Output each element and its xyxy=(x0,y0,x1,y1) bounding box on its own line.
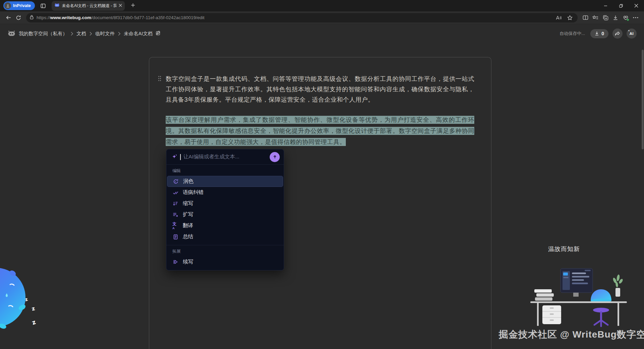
close-button[interactable] xyxy=(629,0,644,11)
browser-essentials-icon[interactable] xyxy=(621,13,631,23)
url-scheme: https:// xyxy=(37,15,50,20)
send-prompt-button[interactable] xyxy=(270,152,280,162)
url-path: /document/8f317db0-5d77-11ef-a35f-0242ac… xyxy=(91,15,205,20)
downloads-icon[interactable] xyxy=(610,13,621,23)
tab-close-icon[interactable] xyxy=(119,4,122,8)
tab-title: 未命名AI文档 - 云文档频道 - 我的 xyxy=(62,3,116,9)
selected-text[interactable]: 该平台深度理解用户需求，集成了数据管理、智能协作、微型化设备等优势，为用户打造安… xyxy=(166,116,474,146)
menu-item-expand[interactable]: 扩写 xyxy=(167,209,283,220)
desk-illustration xyxy=(528,261,629,328)
inprivate-badge[interactable]: InPrivate xyxy=(3,1,35,10)
community-caption: 掘金技术社区 @ WriteBug数字空间 xyxy=(499,328,644,341)
new-tab-button[interactable] xyxy=(129,2,138,9)
share-icon xyxy=(615,31,620,36)
profile-avatar-icon xyxy=(4,2,11,9)
download-count: 0 xyxy=(601,31,604,36)
ai-sparkle-icon xyxy=(171,154,177,160)
editor-area: 数字空间盒子是一款集成代码、文档、问答等管理功能及高级会议、数据分析工具的协同工… xyxy=(0,43,644,349)
favorites-bar-icon[interactable] xyxy=(590,13,600,23)
double-check-icon xyxy=(172,190,178,196)
polish-icon xyxy=(173,179,179,185)
svg-text:z: z xyxy=(31,305,36,312)
rename-pencil-icon[interactable] xyxy=(156,31,161,37)
essentials-status-dot xyxy=(627,18,629,21)
lock-icon[interactable] xyxy=(30,15,34,21)
paragraph-drag-handle-icon[interactable] xyxy=(158,76,162,83)
download-icon xyxy=(595,31,599,36)
share-button[interactable] xyxy=(612,29,623,39)
ai-edit-popup: 让AI编辑或者生成文本... 编辑 润色 语病纠错 xyxy=(166,149,284,270)
space-robot-icon[interactable] xyxy=(7,30,16,38)
favorite-star-icon[interactable] xyxy=(566,13,574,22)
menu-item-summarize[interactable]: 总结 xyxy=(167,231,283,242)
shorten-icon xyxy=(172,201,178,207)
breadcrumb: 我的数字空间（私有） 文档 临时文件 未命名AI文档 xyxy=(7,30,161,38)
active-tab[interactable]: 未命名AI文档 - 云文档频道 - 我的 xyxy=(52,1,125,11)
expand-icon xyxy=(172,212,178,218)
chevron-right-icon xyxy=(118,32,121,36)
collections-icon[interactable] xyxy=(600,13,610,23)
menu-item-grammar-fix[interactable]: 语病纠错 xyxy=(167,187,283,198)
breadcrumb-item-current-doc[interactable]: 未命名AI文档 xyxy=(124,31,153,37)
ai-assistant-button[interactable]: ✦ AI xyxy=(627,29,637,39)
svg-text:z: z xyxy=(31,318,37,326)
site-header: 我的数字空间（私有） 文档 临时文件 未命名AI文档 自动保存中... 0 ✦ … xyxy=(0,24,644,43)
menu-item-polish[interactable]: 润色 xyxy=(167,176,283,187)
sleeping-mascot: z z z xyxy=(0,267,50,334)
browser-toolbar: https://www.writebug.com/document/8f317d… xyxy=(0,11,644,24)
summary-doc-icon xyxy=(172,234,178,240)
ai-button-label: AI xyxy=(630,32,634,36)
read-aloud-icon[interactable] xyxy=(554,13,563,22)
browser-window: InPrivate 未命名AI文档 - 云文档频道 - 我的 xyxy=(0,0,644,349)
ai-prompt-input[interactable]: 让AI编辑或者生成文本... xyxy=(166,149,284,165)
menu-item-shorten[interactable]: 缩写 xyxy=(167,198,283,209)
paragraph-1[interactable]: 数字空间盒子是一款集成代码、文档、问答等管理功能及高级会议、数据分析工具的协同工… xyxy=(166,74,474,105)
address-bar[interactable]: https://www.writebug.com/document/8f317d… xyxy=(26,13,578,22)
translate-icon: 文A xyxy=(172,223,178,229)
breadcrumb-item-docs[interactable]: 文档 xyxy=(76,31,86,37)
breadcrumb-item-space[interactable]: 我的数字空间（私有） xyxy=(19,31,67,37)
tab-bar: InPrivate 未命名AI文档 - 云文档频道 - 我的 xyxy=(0,0,644,11)
idiom-quote: 温故而知新 xyxy=(548,245,580,253)
ai-input-placeholder: 让AI编辑或者生成文本... xyxy=(183,153,267,160)
refresh-button[interactable] xyxy=(13,13,23,23)
url-host: www.writebug.com xyxy=(50,15,92,20)
inprivate-label: InPrivate xyxy=(13,3,31,8)
back-button[interactable] xyxy=(3,13,13,23)
paragraph-2[interactable]: 该平台深度理解用户需求，集成了数据管理、智能协作、微型化设备等优势，为用户打造安… xyxy=(166,114,474,148)
url-text[interactable]: https://www.writebug.com/document/8f317d… xyxy=(37,15,205,20)
section-label-edit: 编辑 xyxy=(166,165,284,176)
download-count-button[interactable]: 0 xyxy=(590,29,608,38)
menu-item-continue-writing[interactable]: 续写 xyxy=(167,256,283,267)
workspaces-icon[interactable] xyxy=(39,1,48,10)
text-caret xyxy=(180,154,181,160)
minimize-button[interactable] xyxy=(598,0,613,11)
split-screen-icon[interactable] xyxy=(580,13,590,23)
restore-button[interactable] xyxy=(613,0,629,11)
sparkle-icon: ✦ xyxy=(628,30,630,32)
chevron-right-icon xyxy=(70,32,73,36)
settings-more-icon[interactable] xyxy=(631,13,641,23)
site-favicon-icon xyxy=(54,3,60,9)
breadcrumb-item-temp[interactable]: 临时文件 xyxy=(95,31,115,37)
menu-item-translate[interactable]: 文A 翻译 xyxy=(167,220,283,231)
continue-play-icon xyxy=(172,259,178,265)
chevron-right-icon xyxy=(89,32,92,36)
autosave-status: 自动保存中... xyxy=(559,31,585,37)
section-label-extend: 拓展 xyxy=(166,245,284,256)
page-scrollbar[interactable] xyxy=(642,50,644,149)
